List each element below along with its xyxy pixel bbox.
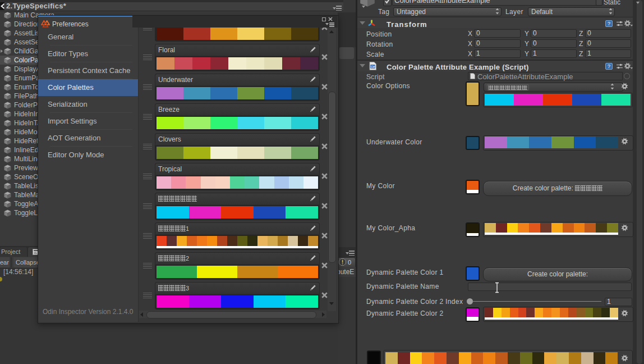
svg-text:?: ? bbox=[608, 21, 610, 26]
svg-text:?: ? bbox=[608, 63, 610, 69]
svg-text:C#: C# bbox=[371, 65, 375, 69]
